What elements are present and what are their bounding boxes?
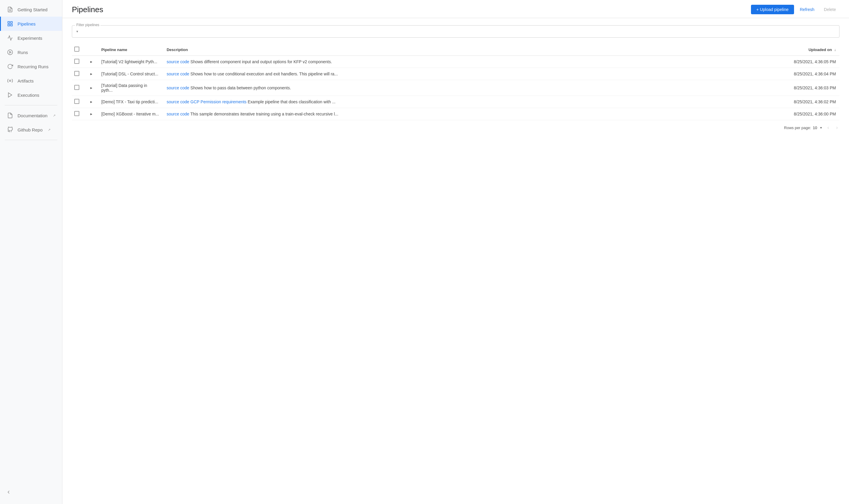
uploaded-on-cell: 8/25/2021, 4:36:00 PM [780,108,839,120]
upload-pipeline-button[interactable]: + Upload pipeline [751,5,794,14]
sidebar-divider-2 [5,140,57,140]
page-title: Pipelines [72,5,103,14]
expand-header [85,43,98,56]
table-body: ►[Tutorial] V2 lightweight Pyth...source… [72,56,839,120]
source-code-link[interactable]: source code [167,112,189,116]
table-row: ►[Demo] TFX - Taxi tip predicti...source… [72,96,839,108]
sidebar-item-label: Executions [18,93,39,98]
uploaded-on-cell: 8/25/2021, 4:36:04 PM [780,68,839,80]
sidebar-item-label: Getting Started [18,7,48,12]
sidebar-item-label: Artifacts [18,78,34,84]
sidebar-collapse-button[interactable] [0,486,62,499]
next-page-button[interactable]: › [834,124,839,131]
pipeline-icon [7,20,13,27]
source-code-link[interactable]: source code [167,59,189,64]
row-checkbox-cell [72,96,85,108]
pipeline-name-cell: [Demo] TFX - Taxi tip predicti... [98,96,163,108]
external-link-icon: ↗ [48,128,51,132]
sidebar: Getting Started Pipelines Experiments Ru… [0,0,63,504]
sidebar-item-runs[interactable]: Runs [0,45,62,59]
description-cell: source code Shows how to pass data betwe… [163,80,780,96]
description-cell: source code Shows different component in… [163,56,780,68]
expand-row-button[interactable]: ► [88,85,94,91]
content-area: Filter pipelines ▾ Pipeline name Descrip… [63,18,849,504]
sidebar-item-getting-started[interactable]: Getting Started [0,2,62,17]
pipeline-name-cell: [Tutorial] Data passing in pyth... [98,80,163,96]
uploaded-on-cell: 8/25/2021, 4:36:02 PM [780,96,839,108]
row-checkbox[interactable] [74,59,79,64]
rows-per-page-label: Rows per page: [784,126,811,130]
expand-cell: ► [85,80,98,96]
refresh-button[interactable]: Refresh [796,5,818,14]
select-all-checkbox[interactable] [74,47,79,52]
pipeline-name-cell: [Tutorial] V2 lightweight Pyth... [98,56,163,68]
expand-row-button[interactable]: ► [88,59,94,65]
file-icon [7,6,13,13]
sidebar-item-github[interactable]: Github Repo ↗ [0,123,62,137]
sidebar-item-executions[interactable]: Executions [0,88,62,102]
filter-input[interactable] [79,28,835,35]
row-checkbox-cell [72,68,85,80]
row-checkbox[interactable] [74,71,79,76]
svg-rect-3 [11,22,13,23]
delete-button[interactable]: Delete [820,5,839,14]
table-row: ►[Demo] XGBoost - Iterative m...source c… [72,108,839,120]
sidebar-item-label: Github Repo [18,127,42,132]
expand-row-button[interactable]: ► [88,71,94,77]
sidebar-item-recurring-runs[interactable]: Recurring Runs [0,59,62,74]
expand-cell: ► [85,68,98,80]
filter-box: Filter pipelines ▾ [72,25,839,38]
pagination: Rows per page: 10 25 50 ‹ › [72,120,839,133]
table-row: ►[Tutorial] Data passing in pyth...sourc… [72,80,839,96]
sidebar-item-label: Documentation [18,113,48,118]
svg-point-6 [8,50,13,55]
sidebar-item-label: Runs [18,50,28,55]
svg-rect-5 [8,24,10,26]
expand-cell: ► [85,108,98,120]
artifacts-icon [7,77,13,84]
source-code-link[interactable]: source code [167,100,189,104]
rows-per-page: Rows per page: 10 25 50 [784,126,822,130]
sidebar-item-label: Recurring Runs [18,64,48,69]
row-checkbox[interactable] [74,99,79,104]
row-checkbox-cell [72,108,85,120]
table-row: ►[Tutorial] DSL - Control struct...sourc… [72,68,839,80]
description-cell: source code GCP Permission requirements … [163,96,780,108]
source-code-link[interactable]: source code [167,86,189,90]
main-content: Pipelines + Upload pipeline Refresh Dele… [63,0,849,504]
sidebar-item-label: Pipelines [18,21,36,26]
filter-dropdown-icon[interactable]: ▾ [76,30,78,34]
runs-icon [7,49,13,55]
row-checkbox-cell [72,56,85,68]
table-row: ►[Tutorial] V2 lightweight Pyth...source… [72,56,839,68]
description-header: Description [163,43,780,56]
sort-icon: ↓ [834,48,836,52]
expand-row-button[interactable]: ► [88,99,94,105]
sidebar-item-pipelines[interactable]: Pipelines [0,17,62,31]
expand-row-button[interactable]: ► [88,111,94,117]
uploaded-on-cell: 8/25/2021, 4:36:03 PM [780,80,839,96]
table-header: Pipeline name Description Uploaded on ↓ [72,43,839,56]
row-checkbox[interactable] [74,111,79,116]
row-checkbox[interactable] [74,85,79,90]
pipeline-table: Pipeline name Description Uploaded on ↓ … [72,43,839,120]
sidebar-item-experiments[interactable]: Experiments [0,31,62,45]
row-checkbox-cell [72,80,85,96]
header-actions: + Upload pipeline Refresh Delete [751,5,839,14]
sidebar-item-documentation[interactable]: Documentation ↗ [0,108,62,123]
prev-page-button[interactable]: ‹ [826,124,831,131]
description-cell: source code Shows how to use conditional… [163,68,780,80]
rows-per-page-select[interactable]: 10 25 50 [813,126,822,130]
svg-marker-7 [10,51,11,53]
svg-rect-2 [8,22,10,23]
gcp-permission-link[interactable]: GCP Permission requirements [190,100,246,104]
github-icon [7,126,13,133]
sidebar-item-label: Experiments [18,36,42,41]
pipeline-name-header: Pipeline name [98,43,163,56]
source-code-link[interactable]: source code [167,72,189,76]
svg-point-8 [10,80,11,82]
sidebar-item-artifacts[interactable]: Artifacts [0,74,62,88]
sidebar-divider-1 [5,105,57,105]
expand-cell: ► [85,96,98,108]
uploaded-on-header[interactable]: Uploaded on ↓ [780,43,839,56]
